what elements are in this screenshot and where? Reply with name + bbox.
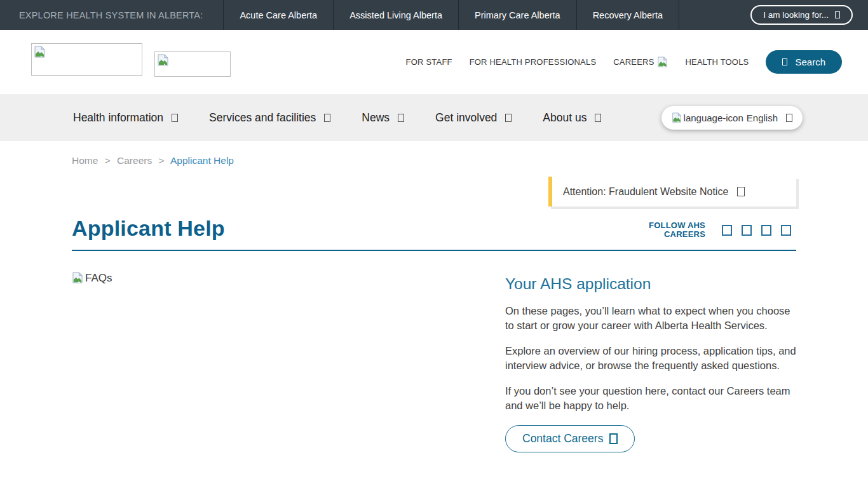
follow-line2: CAREERS	[664, 229, 705, 239]
fraudulent-website-notice-banner[interactable]: Attention: Fraudulent Website Notice	[548, 177, 796, 207]
social-icon-1[interactable]	[722, 225, 732, 236]
external-link-icon	[737, 187, 745, 196]
header-link-careers[interactable]: CAREERS	[613, 57, 668, 68]
nav-item-get-involved[interactable]: Get involved	[435, 111, 512, 125]
topbar-spacer	[679, 0, 750, 30]
search-icon	[782, 58, 787, 65]
title-divider	[72, 250, 796, 251]
explore-topbar: EXPLORE HEALTH SYSTEM IN ALBERTA: Acute …	[0, 0, 868, 30]
breadcrumb-home[interactable]: Home	[72, 155, 98, 166]
chevron-down-icon	[324, 114, 330, 122]
article-paragraph-3: If you don’t see your question here, con…	[505, 384, 796, 413]
nav-label: Get involved	[435, 111, 497, 125]
search-button-label: Search	[795, 57, 825, 67]
chevron-down-icon	[595, 114, 601, 122]
header-utility-links: FOR STAFF FOR HEALTH PROFESSIONALS CAREE…	[406, 30, 842, 94]
nav-item-news[interactable]: News	[362, 111, 404, 125]
broken-image-icon	[657, 57, 668, 68]
article-column: Your AHS application On these pages, you…	[505, 272, 796, 452]
breadcrumb: Home > Careers > Applicant Help	[72, 155, 796, 166]
primary-nav-items: Health information Services and faciliti…	[73, 111, 601, 125]
article-paragraph-2: Explore an overview of our hiring proces…	[505, 344, 796, 373]
i-am-looking-for-label: I am looking for...	[763, 10, 829, 20]
social-icon-4[interactable]	[781, 225, 791, 236]
breadcrumb-careers[interactable]: Careers	[117, 155, 152, 166]
nav-item-about-us[interactable]: About us	[543, 111, 601, 125]
site-header: FOR STAFF FOR HEALTH PROFESSIONALS CAREE…	[0, 30, 868, 94]
chevron-down-icon	[786, 114, 792, 122]
language-current-label: English	[747, 112, 778, 123]
contact-careers-label: Contact Careers	[522, 432, 603, 445]
chevron-down-icon	[835, 11, 840, 18]
broken-image-icon	[34, 46, 46, 58]
follow-ahs-careers-label: FOLLOW AHS CAREERS	[649, 221, 705, 239]
header-link-health-tools[interactable]: HEALTH TOOLS	[686, 57, 749, 67]
language-icon: language-icon	[684, 112, 743, 123]
contact-careers-button[interactable]: Contact Careers	[505, 425, 635, 452]
follow-line1: FOLLOW AHS	[649, 220, 705, 230]
broken-image-icon	[672, 112, 682, 123]
external-link-icon	[609, 433, 618, 444]
social-icon-2[interactable]	[742, 225, 752, 236]
tab-primary-care-alberta[interactable]: Primary Care Alberta	[458, 0, 576, 30]
secondary-logo[interactable]	[154, 51, 231, 77]
careers-label: CAREERS	[613, 57, 654, 67]
explore-label: EXPLORE HEALTH SYSTEM IN ALBERTA:	[0, 10, 203, 20]
nav-label: Services and facilities	[209, 111, 316, 125]
broken-image-icon	[72, 272, 84, 284]
nav-label: News	[362, 111, 390, 125]
tab-acute-care-alberta[interactable]: Acute Care Alberta	[223, 0, 333, 30]
content-columns: FAQs Your AHS application On these pages…	[72, 272, 796, 452]
breadcrumb-separator: >	[159, 155, 165, 166]
header-link-for-staff[interactable]: FOR STAFF	[406, 57, 452, 67]
chevron-down-icon	[505, 114, 512, 122]
page-title-row: Applicant Help FOLLOW AHS CAREERS	[72, 216, 796, 241]
faq-image-column: FAQs	[72, 272, 505, 452]
breadcrumb-current: Applicant Help	[170, 155, 234, 166]
faqs-image-alt-text: FAQs	[85, 272, 112, 285]
tab-assisted-living-alberta[interactable]: Assisted Living Alberta	[333, 0, 458, 30]
article-heading: Your AHS application	[505, 275, 796, 293]
chevron-down-icon	[172, 114, 178, 122]
nav-item-services-and-facilities[interactable]: Services and facilities	[209, 111, 330, 125]
article-paragraph-1: On these pages, you’ll learn what to exp…	[505, 304, 796, 333]
ahs-logo[interactable]	[31, 43, 142, 76]
breadcrumb-separator: >	[105, 155, 111, 166]
i-am-looking-for-button[interactable]: I am looking for...	[750, 5, 853, 25]
nav-item-health-information[interactable]: Health information	[73, 111, 178, 125]
nav-label: Health information	[73, 111, 163, 125]
header-link-for-health-professionals[interactable]: FOR HEALTH PROFESSIONALS	[470, 57, 597, 67]
notice-text: Attention: Fraudulent Website Notice	[563, 186, 728, 198]
main-content: Home > Careers > Applicant Help Attentio…	[72, 155, 796, 452]
language-selector[interactable]: language-icon English	[661, 106, 803, 130]
notice-row: Attention: Fraudulent Website Notice	[72, 177, 796, 207]
nav-label: About us	[543, 111, 587, 125]
follow-ahs-careers: FOLLOW AHS CAREERS	[649, 221, 796, 239]
primary-navigation: Health information Services and faciliti…	[0, 94, 868, 141]
social-icon-3[interactable]	[761, 225, 771, 236]
search-button[interactable]: Search	[766, 50, 842, 74]
tab-recovery-alberta[interactable]: Recovery Alberta	[576, 0, 679, 30]
social-icons	[722, 225, 796, 236]
explore-tabs: Acute Care Alberta Assisted Living Alber…	[223, 0, 679, 30]
page-title: Applicant Help	[72, 216, 225, 241]
faqs-image-placeholder: FAQs	[72, 272, 112, 285]
chevron-down-icon	[398, 114, 404, 122]
broken-image-icon	[157, 54, 170, 67]
